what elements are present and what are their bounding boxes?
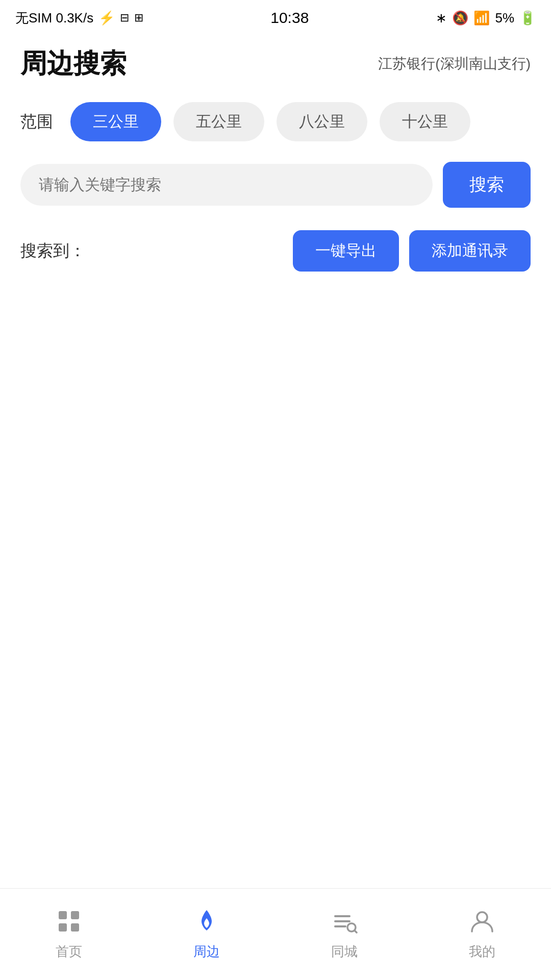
nav-label-profile: 我的: [469, 943, 495, 961]
page-title: 周边搜索: [20, 46, 127, 82]
range-selector: 范围 三公里 五公里 八公里 十公里: [0, 92, 551, 152]
bluetooth-icon: ∗: [436, 10, 447, 26]
battery-icon: 🔋: [519, 10, 536, 26]
wifi-icon: 📶: [473, 10, 490, 26]
nav-item-city[interactable]: 同城: [276, 908, 413, 961]
home-icon: [56, 908, 82, 939]
result-label: 搜索到：: [20, 240, 86, 262]
city-icon: [331, 908, 358, 939]
svg-rect-1: [71, 911, 79, 919]
main-content: [0, 284, 551, 901]
status-time: 10:38: [270, 9, 309, 27]
svg-line-8: [355, 930, 357, 933]
range-btn-3km[interactable]: 三公里: [70, 102, 161, 141]
svg-rect-3: [71, 923, 79, 932]
battery-label: 5%: [495, 10, 514, 26]
extra-icon: ⊟: [120, 11, 129, 24]
nav-label-home: 首页: [56, 943, 82, 961]
nearby-icon: [193, 908, 220, 939]
nav-label-nearby: 周边: [193, 943, 220, 961]
profile-icon: [469, 908, 495, 939]
add-contact-button[interactable]: 添加通讯录: [409, 230, 531, 272]
search-input[interactable]: [39, 176, 414, 193]
nav-item-profile[interactable]: 我的: [413, 908, 551, 961]
location-subtitle: 江苏银行(深圳南山支行): [378, 54, 531, 74]
bottom-nav: 首页 周边 同城: [0, 888, 551, 980]
svg-point-9: [477, 912, 487, 922]
header: 周边搜索 江苏银行(深圳南山支行): [0, 36, 551, 92]
usb-icon: ⚡: [98, 10, 115, 26]
result-actions: 一键导出 添加通讯录: [293, 230, 531, 272]
mute-icon: 🔕: [452, 10, 468, 26]
nav-item-nearby[interactable]: 周边: [138, 908, 276, 961]
svg-rect-0: [59, 911, 67, 919]
status-left: 无SIM 0.3K/s ⚡ ⊟ ⊞: [15, 9, 143, 27]
range-label: 范围: [20, 111, 53, 133]
range-btn-10km[interactable]: 十公里: [380, 102, 470, 141]
status-bar: 无SIM 0.3K/s ⚡ ⊟ ⊞ 10:38 ∗ 🔕 📶 5% 🔋: [0, 0, 551, 36]
search-button[interactable]: 搜索: [443, 162, 531, 208]
result-row: 搜索到： 一键导出 添加通讯录: [0, 218, 551, 284]
nav-item-home[interactable]: 首页: [0, 908, 138, 961]
export-button[interactable]: 一键导出: [293, 230, 399, 272]
range-btn-8km[interactable]: 八公里: [277, 102, 367, 141]
search-row: 搜索: [0, 152, 551, 218]
sim-signal: 无SIM 0.3K/s: [15, 9, 93, 27]
sim-icon: ⊞: [134, 11, 143, 24]
range-btn-5km[interactable]: 五公里: [173, 102, 264, 141]
nav-label-city: 同城: [331, 943, 358, 961]
search-input-wrap[interactable]: [20, 164, 433, 206]
svg-rect-2: [59, 923, 67, 932]
status-right: ∗ 🔕 📶 5% 🔋: [436, 10, 536, 26]
